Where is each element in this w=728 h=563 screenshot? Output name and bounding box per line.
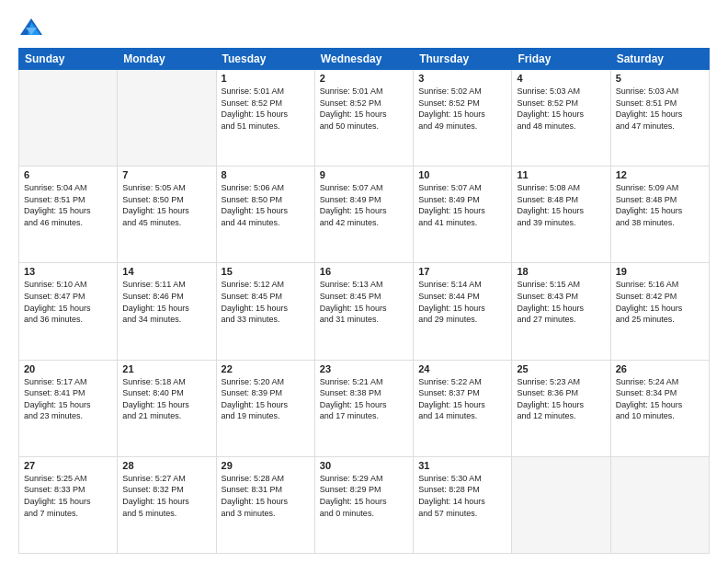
calendar-cell: 31Sunrise: 5:30 AMSunset: 8:28 PMDayligh… <box>414 456 512 553</box>
calendar-cell: 22Sunrise: 5:20 AMSunset: 8:39 PMDayligh… <box>216 360 314 456</box>
day-info: Sunrise: 5:28 AMSunset: 8:31 PMDaylight:… <box>222 473 310 519</box>
calendar-cell: 10Sunrise: 5:07 AMSunset: 8:49 PMDayligh… <box>414 167 512 263</box>
weekday-header-tuesday: Tuesday <box>216 49 314 70</box>
day-info: Sunrise: 5:03 AMSunset: 8:52 PMDaylight:… <box>517 86 605 132</box>
weekday-header-sunday: Sunday <box>19 49 118 70</box>
calendar-cell: 29Sunrise: 5:28 AMSunset: 8:31 PMDayligh… <box>216 456 314 553</box>
day-info: Sunrise: 5:14 AMSunset: 8:44 PMDaylight:… <box>418 279 506 325</box>
day-info: Sunrise: 5:17 AMSunset: 8:41 PMDaylight:… <box>24 376 112 422</box>
calendar-week-row: 20Sunrise: 5:17 AMSunset: 8:41 PMDayligh… <box>19 360 710 456</box>
calendar-cell <box>118 70 216 167</box>
calendar-week-row: 27Sunrise: 5:25 AMSunset: 8:33 PMDayligh… <box>19 456 710 553</box>
calendar-cell <box>512 456 610 553</box>
weekday-header-row: SundayMondayTuesdayWednesdayThursdayFrid… <box>19 49 710 70</box>
calendar-cell: 30Sunrise: 5:29 AMSunset: 8:29 PMDayligh… <box>314 456 413 553</box>
day-number: 28 <box>122 460 210 471</box>
calendar-cell: 3Sunrise: 5:02 AMSunset: 8:52 PMDaylight… <box>414 70 512 167</box>
day-number: 25 <box>517 363 605 374</box>
day-info: Sunrise: 5:18 AMSunset: 8:40 PMDaylight:… <box>122 376 210 422</box>
calendar-cell: 6Sunrise: 5:04 AMSunset: 8:51 PMDaylight… <box>19 167 118 263</box>
weekday-header-monday: Monday <box>118 49 216 70</box>
weekday-header-saturday: Saturday <box>610 49 709 70</box>
day-info: Sunrise: 5:05 AMSunset: 8:50 PMDaylight:… <box>122 182 210 228</box>
day-info: Sunrise: 5:23 AMSunset: 8:36 PMDaylight:… <box>517 376 605 422</box>
day-info: Sunrise: 5:04 AMSunset: 8:51 PMDaylight:… <box>24 182 112 228</box>
day-number: 31 <box>418 460 506 471</box>
day-number: 29 <box>222 460 310 471</box>
day-info: Sunrise: 5:24 AMSunset: 8:34 PMDaylight:… <box>616 376 704 422</box>
calendar-cell <box>610 456 709 553</box>
calendar-table: SundayMondayTuesdayWednesdayThursdayFrid… <box>18 48 710 554</box>
day-number: 7 <box>122 169 210 180</box>
day-number: 1 <box>222 73 310 84</box>
calendar-cell: 24Sunrise: 5:22 AMSunset: 8:37 PMDayligh… <box>414 360 512 456</box>
calendar-week-row: 1Sunrise: 5:01 AMSunset: 8:52 PMDaylight… <box>19 70 710 167</box>
day-info: Sunrise: 5:01 AMSunset: 8:52 PMDaylight:… <box>320 86 408 132</box>
day-info: Sunrise: 5:11 AMSunset: 8:46 PMDaylight:… <box>122 279 210 325</box>
calendar-cell: 5Sunrise: 5:03 AMSunset: 8:51 PMDaylight… <box>610 70 709 167</box>
day-info: Sunrise: 5:13 AMSunset: 8:45 PMDaylight:… <box>320 279 408 325</box>
calendar-cell: 28Sunrise: 5:27 AMSunset: 8:32 PMDayligh… <box>118 456 216 553</box>
calendar-cell: 16Sunrise: 5:13 AMSunset: 8:45 PMDayligh… <box>314 263 413 360</box>
day-info: Sunrise: 5:09 AMSunset: 8:48 PMDaylight:… <box>616 182 704 228</box>
day-number: 20 <box>24 363 112 374</box>
calendar-cell: 15Sunrise: 5:12 AMSunset: 8:45 PMDayligh… <box>216 263 314 360</box>
day-info: Sunrise: 5:20 AMSunset: 8:39 PMDaylight:… <box>222 376 310 422</box>
weekday-header-thursday: Thursday <box>414 49 512 70</box>
day-number: 8 <box>222 169 310 180</box>
calendar-cell: 13Sunrise: 5:10 AMSunset: 8:47 PMDayligh… <box>19 263 118 360</box>
day-info: Sunrise: 5:29 AMSunset: 8:29 PMDaylight:… <box>320 473 408 519</box>
calendar-cell <box>19 70 118 167</box>
day-info: Sunrise: 5:03 AMSunset: 8:51 PMDaylight:… <box>616 86 704 132</box>
day-number: 24 <box>418 363 506 374</box>
day-number: 27 <box>24 460 112 471</box>
day-info: Sunrise: 5:22 AMSunset: 8:37 PMDaylight:… <box>418 376 506 422</box>
day-number: 15 <box>222 266 310 277</box>
day-number: 4 <box>517 73 605 84</box>
day-number: 14 <box>122 266 210 277</box>
calendar-cell: 1Sunrise: 5:01 AMSunset: 8:52 PMDaylight… <box>216 70 314 167</box>
day-info: Sunrise: 5:08 AMSunset: 8:48 PMDaylight:… <box>517 182 605 228</box>
calendar-cell: 20Sunrise: 5:17 AMSunset: 8:41 PMDayligh… <box>19 360 118 456</box>
calendar-cell: 7Sunrise: 5:05 AMSunset: 8:50 PMDaylight… <box>118 167 216 263</box>
day-number: 26 <box>616 363 704 374</box>
page: SundayMondayTuesdayWednesdayThursdayFrid… <box>0 0 728 563</box>
day-number: 17 <box>418 266 506 277</box>
day-number: 19 <box>616 266 704 277</box>
calendar-cell: 19Sunrise: 5:16 AMSunset: 8:42 PMDayligh… <box>610 263 709 360</box>
weekday-header-friday: Friday <box>512 49 610 70</box>
day-number: 21 <box>122 363 210 374</box>
day-info: Sunrise: 5:25 AMSunset: 8:33 PMDaylight:… <box>24 473 112 519</box>
day-info: Sunrise: 5:15 AMSunset: 8:43 PMDaylight:… <box>517 279 605 325</box>
calendar-cell: 25Sunrise: 5:23 AMSunset: 8:36 PMDayligh… <box>512 360 610 456</box>
calendar-cell: 17Sunrise: 5:14 AMSunset: 8:44 PMDayligh… <box>414 263 512 360</box>
day-number: 16 <box>320 266 408 277</box>
day-number: 5 <box>616 73 704 84</box>
calendar-cell: 18Sunrise: 5:15 AMSunset: 8:43 PMDayligh… <box>512 263 610 360</box>
calendar-cell: 8Sunrise: 5:06 AMSunset: 8:50 PMDaylight… <box>216 167 314 263</box>
day-number: 6 <box>24 169 112 180</box>
day-number: 23 <box>320 363 408 374</box>
logo-icon <box>18 15 44 40</box>
day-number: 2 <box>320 73 408 84</box>
day-info: Sunrise: 5:02 AMSunset: 8:52 PMDaylight:… <box>418 86 506 132</box>
day-info: Sunrise: 5:06 AMSunset: 8:50 PMDaylight:… <box>222 182 310 228</box>
day-info: Sunrise: 5:16 AMSunset: 8:42 PMDaylight:… <box>616 279 704 325</box>
day-info: Sunrise: 5:01 AMSunset: 8:52 PMDaylight:… <box>222 86 310 132</box>
day-number: 9 <box>320 169 408 180</box>
calendar-cell: 12Sunrise: 5:09 AMSunset: 8:48 PMDayligh… <box>610 167 709 263</box>
calendar-cell: 11Sunrise: 5:08 AMSunset: 8:48 PMDayligh… <box>512 167 610 263</box>
calendar-cell: 26Sunrise: 5:24 AMSunset: 8:34 PMDayligh… <box>610 360 709 456</box>
calendar-cell: 4Sunrise: 5:03 AMSunset: 8:52 PMDaylight… <box>512 70 610 167</box>
day-info: Sunrise: 5:07 AMSunset: 8:49 PMDaylight:… <box>418 182 506 228</box>
day-number: 22 <box>222 363 310 374</box>
calendar-cell: 9Sunrise: 5:07 AMSunset: 8:49 PMDaylight… <box>314 167 413 263</box>
calendar-week-row: 13Sunrise: 5:10 AMSunset: 8:47 PMDayligh… <box>19 263 710 360</box>
day-number: 30 <box>320 460 408 471</box>
logo <box>18 15 48 40</box>
calendar-week-row: 6Sunrise: 5:04 AMSunset: 8:51 PMDaylight… <box>19 167 710 263</box>
day-info: Sunrise: 5:07 AMSunset: 8:49 PMDaylight:… <box>320 182 408 228</box>
calendar-cell: 21Sunrise: 5:18 AMSunset: 8:40 PMDayligh… <box>118 360 216 456</box>
calendar-cell: 2Sunrise: 5:01 AMSunset: 8:52 PMDaylight… <box>314 70 413 167</box>
day-info: Sunrise: 5:12 AMSunset: 8:45 PMDaylight:… <box>222 279 310 325</box>
